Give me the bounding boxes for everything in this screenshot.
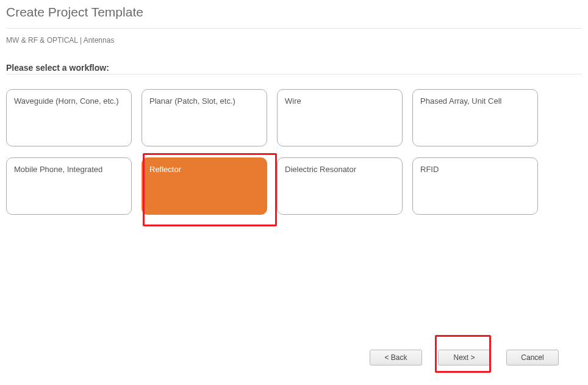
section-heading: Please select a workflow: [6, 63, 582, 74]
workflow-card-wire[interactable]: Wire [277, 89, 403, 146]
next-button[interactable]: Next > [438, 350, 490, 365]
workflow-card-mobile-phone[interactable]: Mobile Phone, Integrated [6, 157, 132, 215]
back-button[interactable]: < Back [370, 350, 422, 365]
workflow-card-label: Reflector [149, 164, 181, 175]
workflow-card-label: Phased Array, Unit Cell [420, 96, 501, 107]
workflow-card-planar[interactable]: Planar (Patch, Slot, etc.) [142, 89, 267, 146]
workflow-card-phased-array[interactable]: Phased Array, Unit Cell [412, 89, 538, 146]
workflow-card-label: Dielectric Resonator [285, 164, 356, 175]
cancel-button[interactable]: Cancel [506, 350, 559, 365]
workflow-card-reflector[interactable]: Reflector [142, 157, 267, 215]
workflow-card-label: Mobile Phone, Integrated [14, 164, 102, 175]
workflow-card-label: Planar (Patch, Slot, etc.) [149, 96, 235, 107]
workflow-grid: Waveguide (Horn, Cone, etc.) Planar (Pat… [6, 89, 582, 215]
breadcrumb: MW & RF & OPTICAL | Antennas [6, 36, 582, 45]
page-title: Create Project Template [6, 5, 582, 29]
workflow-card-label: RFID [420, 164, 439, 175]
workflow-card-rfid[interactable]: RFID [412, 157, 538, 215]
workflow-card-waveguide[interactable]: Waveguide (Horn, Cone, etc.) [6, 89, 132, 146]
workflow-card-label: Waveguide (Horn, Cone, etc.) [14, 96, 118, 107]
workflow-card-label: Wire [285, 96, 301, 107]
workflow-card-dielectric-resonator[interactable]: Dielectric Resonator [277, 157, 403, 215]
footer-button-bar: < Back Next > Cancel [370, 350, 559, 365]
